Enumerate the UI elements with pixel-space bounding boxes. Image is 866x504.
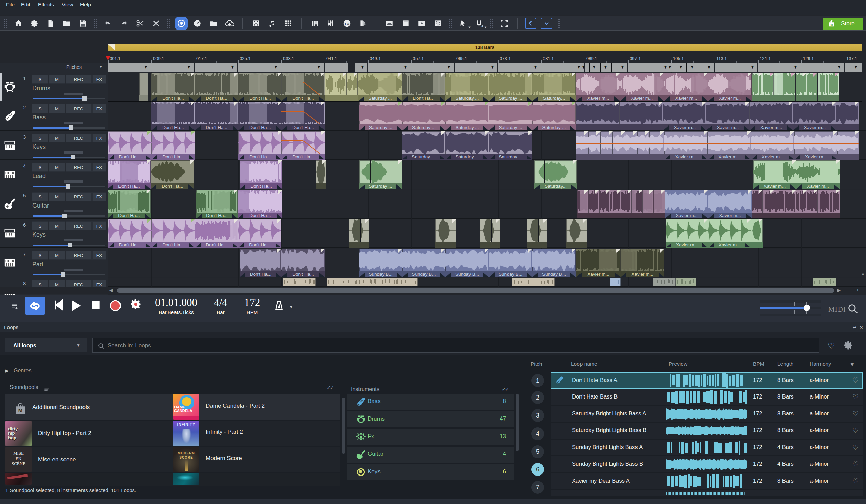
svg-text:M: M: [831, 23, 833, 26]
svg-text:FX: FX: [345, 22, 349, 25]
svg-text:4: 4: [482, 24, 484, 28]
svg-text:M: M: [18, 407, 23, 413]
